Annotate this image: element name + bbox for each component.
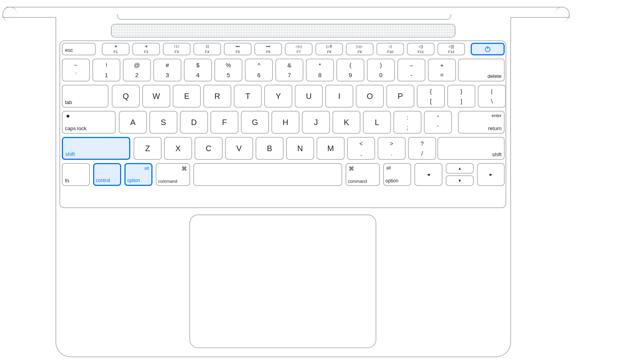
- key-4: $4: [184, 59, 212, 82]
- key-quote: “': [424, 111, 452, 134]
- key-b: B: [256, 137, 284, 160]
- key-lower: ': [425, 124, 451, 131]
- key-f10: ◁F10: [376, 43, 404, 55]
- option-label: option: [127, 178, 140, 183]
- key-letter: M: [317, 138, 344, 159]
- key-lower: ;: [394, 124, 421, 131]
- key-letter: R: [204, 85, 231, 107]
- key-right-command: ⌘ command: [345, 163, 380, 186]
- lid-bottom-right: [511, 17, 570, 18]
- key-upper: @: [124, 62, 150, 68]
- key-m: M: [317, 137, 345, 160]
- lid-corner-right: [555, 7, 570, 22]
- capslock-indicator-icon: [67, 115, 69, 118]
- key-left-option: alt option: [124, 163, 153, 186]
- key-c: C: [195, 137, 223, 160]
- brightness-down-icon: ☀︎: [103, 45, 129, 49]
- key-esc: esc: [62, 43, 96, 55]
- lid-side-l: [2, 14, 3, 17]
- key-lower: 0: [368, 72, 394, 78]
- key-spacebar: [193, 163, 342, 186]
- speaker-grille: [111, 24, 456, 38]
- key-lower: [: [418, 98, 444, 104]
- key-t: T: [234, 85, 262, 108]
- key-letter: J: [303, 112, 329, 133]
- key-upper: &: [276, 62, 303, 68]
- key-6: ^6: [245, 59, 273, 82]
- key-y: Y: [264, 85, 292, 108]
- key-letter: K: [333, 112, 360, 133]
- key-comma: <,: [347, 137, 375, 160]
- key-k: K: [332, 111, 360, 134]
- f8-label: F8: [316, 50, 342, 54]
- key-upper: |: [479, 88, 505, 95]
- fast-forward-icon: ▷▷: [347, 45, 373, 49]
- key-3: #3: [153, 59, 181, 82]
- key-upper: :: [394, 114, 421, 121]
- lid-top-line: [6, 7, 561, 8]
- key-period: >.: [378, 137, 406, 160]
- key-bracket-left: {[: [417, 85, 445, 108]
- key-upper: }: [448, 88, 475, 95]
- trackpad: [189, 214, 376, 348]
- key-a: A: [119, 111, 147, 134]
- key-left-shift: shift: [62, 137, 130, 160]
- key-f6: •••F6: [254, 43, 282, 55]
- key-lower: 6: [246, 72, 272, 78]
- key-lower: 9: [337, 72, 364, 78]
- f6-label: F6: [255, 50, 281, 54]
- f2-label: F2: [133, 50, 159, 54]
- play-pause-icon: ▷II: [316, 45, 342, 49]
- key-lower: 3: [154, 72, 181, 78]
- arrow-up-icon: ▲: [446, 164, 473, 173]
- key-letter: I: [326, 85, 353, 107]
- command-label: command: [158, 179, 177, 184]
- esc-label: esc: [65, 47, 73, 53]
- key-bracket-right: }]: [447, 85, 475, 108]
- key-upper: ?: [409, 140, 435, 147]
- key-letter: Z: [134, 138, 161, 159]
- key-letter: P: [387, 85, 414, 107]
- key-lower: .: [378, 150, 405, 157]
- key-letter: F: [211, 112, 238, 133]
- key-arrow-down: ▼: [446, 175, 474, 186]
- key-f8: ▷IIF8: [315, 43, 343, 55]
- key-semicolon: :;: [393, 111, 422, 134]
- key-lower: ]: [448, 98, 475, 104]
- key-upper: +: [429, 62, 455, 68]
- key-capslock: caps lock: [62, 111, 116, 134]
- mute-icon: ◁: [377, 45, 403, 49]
- key-x: X: [164, 137, 192, 160]
- key-return: enter return: [458, 111, 505, 134]
- key-u: U: [295, 85, 323, 108]
- volume-up-icon: ◁)): [438, 45, 464, 49]
- key-f3: □□F3: [163, 43, 191, 55]
- key-f9: ▷▷F9: [346, 43, 374, 55]
- key--: –-: [397, 59, 425, 82]
- command-label: command: [348, 179, 367, 184]
- key-upper: $: [185, 62, 211, 68]
- arrow-right-icon: ►: [478, 164, 504, 185]
- key-upper: ^: [246, 62, 272, 68]
- f4-label: F4: [194, 50, 220, 54]
- return-label: return: [488, 125, 502, 131]
- key-tab: tab: [62, 85, 109, 108]
- lid-corner-left: [2, 7, 17, 22]
- key-l: L: [363, 111, 391, 134]
- key-f: F: [210, 111, 238, 134]
- key-lower: 2: [124, 72, 150, 78]
- control-label: control: [96, 178, 110, 183]
- key-0: )0: [367, 59, 395, 82]
- key-7: &7: [275, 59, 303, 82]
- key-e: E: [173, 85, 201, 108]
- key-lower: 5: [215, 72, 242, 78]
- key-letter: W: [143, 85, 170, 107]
- key-letter: V: [226, 138, 252, 159]
- key-f1: ☀︎F1: [102, 43, 130, 55]
- key-w: W: [142, 85, 170, 108]
- tab-label: tab: [65, 99, 72, 105]
- arrow-left-icon: ◄: [415, 164, 442, 185]
- key-backtick: ~`: [62, 59, 90, 82]
- key-q: Q: [112, 85, 140, 108]
- key-v: V: [225, 137, 253, 160]
